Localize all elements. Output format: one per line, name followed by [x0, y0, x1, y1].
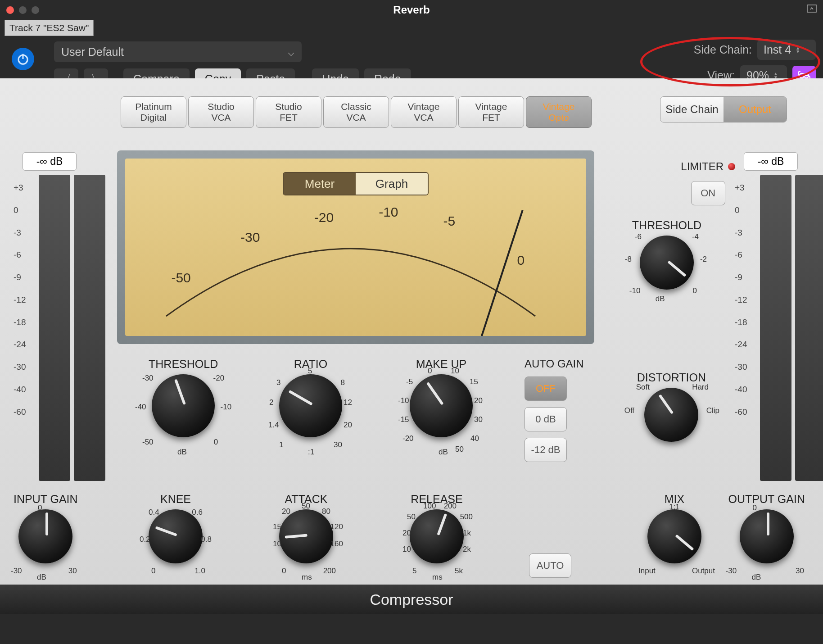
close-traffic-light[interactable] [6, 6, 14, 14]
makeup-knob[interactable] [410, 374, 473, 437]
auto-gain-off[interactable]: OFF [525, 376, 567, 401]
attack-knob[interactable] [279, 509, 333, 563]
preset-name: User Default [61, 45, 124, 59]
output-meter-r [795, 175, 823, 481]
window-title: Reverb [393, 4, 430, 16]
output-sidechain-toggle: Side Chain Output [660, 96, 787, 122]
sidechain-label: Side Chain: [694, 43, 752, 56]
minimize-traffic-light[interactable] [19, 6, 27, 14]
release-knob[interactable] [410, 509, 464, 563]
output-level-readout: -∞ dB [744, 152, 798, 171]
input-scale: +30-3-6-9-12-18-24-30-40-60 [14, 177, 26, 423]
limiter-threshold-knob[interactable] [640, 236, 694, 290]
meter-mode[interactable]: Meter [284, 173, 356, 195]
threshold-knob[interactable] [152, 374, 215, 437]
input-level-readout: -∞ dB [23, 152, 77, 171]
chevron-down-icon: ⌵ [288, 45, 294, 59]
mix-knob[interactable] [647, 509, 701, 563]
tab-platinum-digital[interactable]: PlatinumDigital [121, 96, 186, 128]
makeup-label: MAKE UP [410, 358, 473, 371]
vu-arc [148, 208, 553, 325]
input-meter-r [74, 175, 105, 481]
model-tabs: PlatinumDigital StudioVCA StudioFET Clas… [121, 96, 592, 128]
input-gain-label: INPUT GAIN [14, 493, 78, 506]
auto-gain-label: AUTO GAIN [525, 358, 584, 370]
output-gain-knob[interactable] [740, 509, 794, 563]
output-gain-label: OUTPUT GAIN [728, 493, 805, 506]
fullscreen-icon[interactable] [807, 5, 817, 14]
tab-studio-vca[interactable]: StudioVCA [188, 96, 254, 128]
preset-dropdown[interactable]: User Default ⌵ [54, 41, 302, 62]
distortion-knob[interactable] [644, 388, 698, 442]
svg-rect-0 [807, 5, 816, 12]
knee-label: KNEE [149, 493, 203, 506]
auto-gain-0db[interactable]: 0 dB [525, 407, 567, 431]
tab-vintage-vca[interactable]: VintageVCA [391, 96, 457, 128]
auto-gain-neg12[interactable]: -12 dB [525, 438, 567, 462]
toggle-output[interactable]: Output [724, 97, 787, 122]
ratio-knob[interactable] [279, 374, 342, 437]
limiter-label: LIMITER [681, 160, 724, 173]
auto-gain-section: AUTO GAIN OFF 0 dB -12 dB [525, 358, 584, 468]
graph-mode[interactable]: Graph [356, 173, 428, 195]
knee-knob[interactable] [149, 509, 203, 563]
release-auto-button[interactable]: AUTO [529, 553, 571, 578]
tab-studio-fet[interactable]: StudioFET [256, 96, 321, 128]
track-tooltip: Track 7 "ES2 Saw" [5, 20, 94, 36]
power-button[interactable] [12, 48, 34, 70]
tab-vintage-opto[interactable]: VintageOpto [526, 96, 592, 128]
vu-meter-box: Meter Graph -50 -30 -20 -10 -5 0 [117, 150, 594, 344]
plugin-name: Compressor [0, 585, 823, 614]
tab-vintage-fet[interactable]: VintageFET [458, 96, 524, 128]
threshold-label: THRESHOLD [149, 358, 218, 371]
distortion-label: DISTORTION [637, 371, 706, 384]
output-scale: +30-3-6-9-12-18-24-30-40-60 [735, 177, 747, 423]
limiter-threshold-label: THRESHOLD [632, 219, 701, 232]
output-meter [760, 175, 791, 481]
sidechain-dropdown[interactable]: Inst 4 ▲▼ [757, 40, 816, 60]
input-gain-knob[interactable] [18, 509, 72, 563]
input-meter [39, 175, 70, 481]
tab-classic-vca[interactable]: ClassicVCA [323, 96, 389, 128]
updown-icon: ▲▼ [796, 46, 800, 54]
limiter-led-icon [728, 163, 735, 170]
meter-graph-toggle: Meter Graph [283, 172, 429, 195]
zoom-traffic-light[interactable] [32, 6, 39, 14]
toggle-sidechain[interactable]: Side Chain [660, 97, 724, 122]
limiter-on-button[interactable]: ON [691, 181, 725, 205]
